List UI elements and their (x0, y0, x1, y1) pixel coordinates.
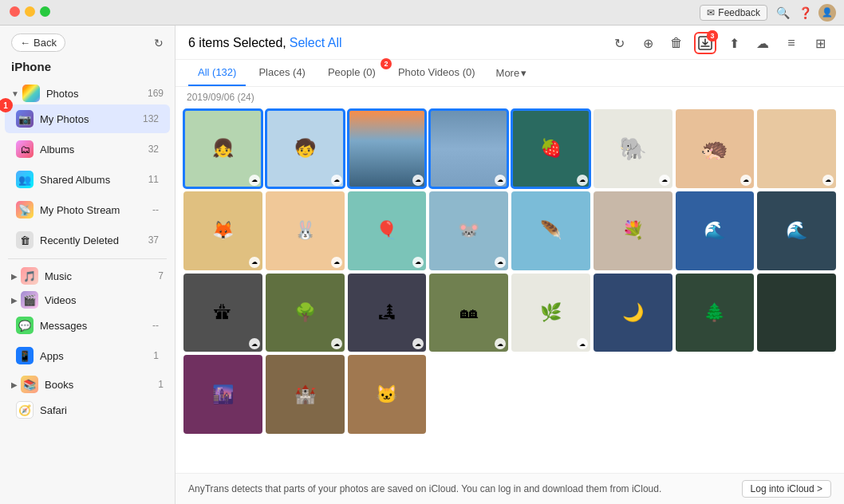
photo-cell[interactable]: 🐰 ☁ (266, 191, 345, 270)
photo-cell[interactable]: 🛣 ☁ (183, 274, 262, 352)
delete-toolbar-button[interactable]: 🗑 (665, 32, 688, 54)
messages-icon: 💬 (16, 317, 34, 334)
close-button[interactable] (10, 6, 20, 17)
albums-label: Albums (40, 144, 148, 156)
photo-cell[interactable]: 🐱 (348, 355, 427, 434)
cloud-icon: ☁ (822, 175, 834, 186)
photo-cell[interactable] (757, 274, 836, 352)
people-badge: 2 (381, 58, 392, 69)
bottom-bar: AnyTrans detects that parts of your phot… (176, 473, 844, 504)
photo-cell[interactable]: 🌳 ☁ (266, 274, 345, 352)
cloud-icon: ☁ (331, 257, 342, 268)
upload-toolbar-button[interactable]: ☁ (751, 32, 774, 54)
refresh-button[interactable]: ↻ (154, 37, 164, 49)
photo-cell[interactable]: ☁ (429, 109, 508, 188)
content-header: 6 items Selected, Select All ↻ ⊕ 🗑 3 ⬆ ☁ (176, 26, 844, 60)
recently-deleted-icon: 🗑 (16, 231, 34, 249)
photo-cell[interactable]: 🏘 ☁ (429, 274, 508, 352)
recently-deleted-count: 37 (148, 234, 159, 246)
photo-cell[interactable]: 🌊 (757, 191, 836, 270)
photo-cell[interactable]: 🐘 ☁ (594, 109, 672, 188)
tab-places[interactable]: Places (4) (249, 60, 315, 86)
maximize-button[interactable] (40, 6, 50, 17)
music-icon: 🎵 (21, 267, 38, 285)
help-icon[interactable]: ❓ (796, 4, 814, 22)
photo-cell[interactable]: 🦊 ☁ (183, 191, 262, 270)
cloud-icon: ☁ (249, 257, 260, 268)
list-view-button[interactable]: ≡ (780, 32, 803, 54)
photo-grid: 👧 ☁ 🧒 ☁ ☁ ☁ 🍓 ☁ 🐘 (176, 104, 844, 473)
sidebar-item-shared-albums[interactable]: 👥 Shared Albums 11 (5, 165, 170, 194)
photo-cell[interactable]: 🌊 (676, 191, 755, 270)
bottom-info-text: AnyTrans detects that parts of your phot… (188, 483, 661, 494)
chevron-right-videos-icon: ▶ (11, 296, 18, 305)
photo-cell[interactable]: 🐭 ☁ (429, 191, 508, 270)
chevron-down-icon: ▼ (11, 89, 19, 98)
safari-label: Safari (40, 404, 159, 416)
music-count: 7 (158, 270, 164, 282)
sidebar-item-myphotos[interactable]: 1 📷 My Photos 132 (5, 104, 170, 133)
export-badge: 3 (707, 30, 718, 41)
sidebar-item-apps[interactable]: 📱 Apps 1 (5, 341, 170, 370)
cloud-icon: ☁ (495, 257, 506, 268)
photo-cell[interactable]: 🦔 ☁ (676, 109, 755, 188)
sidebar-group-videos[interactable]: ▶ 🎬 Videos (0, 286, 175, 310)
search-icon[interactable]: 🔍 (774, 4, 791, 22)
sidebar-group-music[interactable]: ▶ 🎵 Music 7 (0, 262, 175, 286)
books-icon: 📚 (21, 376, 38, 393)
videos-label: Videos (45, 294, 164, 306)
header-toolbar: ↻ ⊕ 🗑 3 ⬆ ☁ ≡ ⊞ (608, 32, 831, 54)
select-all-link[interactable]: Select All (290, 36, 342, 50)
sidebar-divider (8, 258, 167, 259)
photo-cell[interactable]: 💐 (594, 191, 672, 270)
sidebar-group-books[interactable]: ▶ 📚 Books 1 (0, 371, 175, 395)
photo-cell[interactable]: 👧 ☁ (183, 109, 262, 188)
grid-view-button[interactable]: ⊞ (809, 32, 831, 54)
photo-cell[interactable]: ☁ (348, 109, 427, 188)
cloud-icon: ☁ (331, 175, 342, 186)
annotation-1: 1 (0, 98, 13, 112)
photo-cell[interactable]: 🌙 (594, 274, 672, 352)
videos-icon: 🎬 (21, 291, 38, 309)
refresh-toolbar-button[interactable]: ↻ (608, 32, 630, 54)
albums-icon: 🗂 (16, 140, 34, 158)
myphotos-label: My Photos (40, 113, 143, 125)
photo-stream-label: My Photo Stream (40, 204, 152, 216)
photo-cell[interactable]: 🏰 (266, 355, 345, 434)
photo-cell[interactable]: 🍓 ☁ (511, 109, 590, 188)
tab-photo-videos[interactable]: Photo Videos (0) (388, 60, 485, 86)
sidebar-item-photo-stream[interactable]: 📡 My Photo Stream -- (5, 195, 170, 224)
import-toolbar-button[interactable]: ⬆ (723, 32, 745, 54)
apps-icon: 📱 (16, 347, 34, 364)
sidebar-item-recently-deleted[interactable]: 🗑 Recently Deleted 37 (5, 226, 170, 254)
photo-cell[interactable]: 🪶 (511, 191, 590, 270)
sidebar-group-photos[interactable]: ▼ Photos 169 (0, 80, 175, 104)
minimize-button[interactable] (25, 6, 35, 17)
tab-people[interactable]: People (0) 2 (318, 60, 385, 86)
photo-cell[interactable]: 🏞 ☁ (348, 274, 427, 352)
log-in-icloud-button[interactable]: Log into iCloud > (742, 480, 831, 498)
cloud-icon: ☁ (412, 175, 424, 186)
add-toolbar-button[interactable]: ⊕ (637, 32, 659, 54)
sidebar-item-safari[interactable]: 🧭 Safari (5, 396, 170, 424)
photo-cell[interactable]: 🌲 (676, 274, 755, 352)
feedback-button[interactable]: ✉ Feedback (700, 5, 767, 21)
photo-cell[interactable]: 🌆 (183, 355, 262, 434)
back-button[interactable]: ← Back (11, 33, 65, 52)
books-count: 1 (158, 379, 164, 390)
sidebar-item-messages[interactable]: 💬 Messages -- (5, 311, 170, 340)
photo-cell[interactable]: ☁ (757, 109, 836, 188)
photo-cell[interactable]: 🎈 ☁ (348, 191, 427, 270)
cloud-icon: ☁ (577, 338, 588, 349)
back-arrow-icon: ← (20, 37, 30, 49)
photo-cell[interactable]: 🧒 ☁ (266, 109, 345, 188)
photo-cell[interactable]: 🌿 ☁ (511, 274, 590, 352)
export-toolbar-button[interactable]: 3 (694, 32, 716, 54)
tab-all[interactable]: All (132) (188, 60, 246, 86)
tab-more[interactable]: More ▾ (488, 61, 535, 85)
messages-count: -- (152, 320, 159, 331)
sidebar-item-albums[interactable]: 🗂 Albums 32 (5, 135, 170, 163)
apps-count: 1 (153, 350, 159, 361)
photos-group-label: Photos (46, 88, 148, 100)
avatar[interactable]: 👤 (818, 4, 836, 22)
